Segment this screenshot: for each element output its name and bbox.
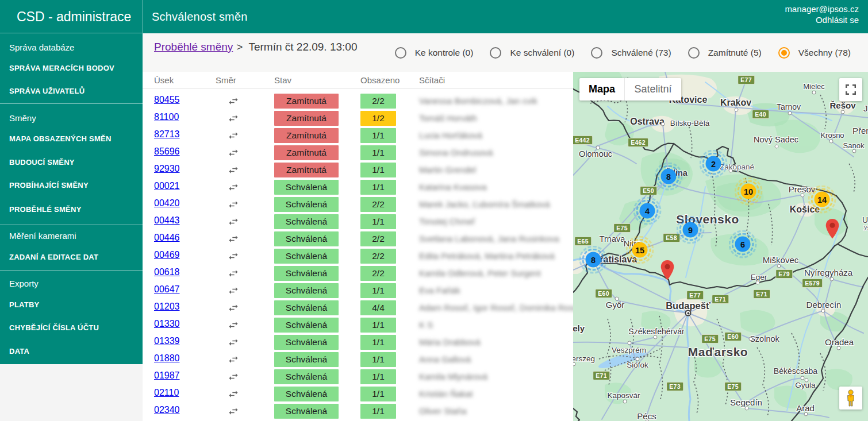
status-filter-option[interactable]: Schválené (73) <box>591 47 671 59</box>
sidebar-item-spr-va-u-ivatel-[interactable]: SPRÁVA UŽIVATELŮ <box>0 80 143 103</box>
sidebar-item-prob-hl-sm-ny[interactable]: PROBĚHLÉ SMĚNY <box>0 198 143 221</box>
map-city-label: Řešov <box>829 101 855 110</box>
counters-names: Martin Grendel <box>419 165 476 175</box>
sidebar-item-data[interactable]: DATA <box>0 340 143 363</box>
map-pin-marker[interactable] <box>825 218 842 242</box>
map-city-label: Segedín <box>730 397 762 407</box>
occupancy-badge: 2/2 <box>360 231 396 246</box>
map-city-label: Nyíregyháza <box>804 268 852 277</box>
usek-link[interactable]: 82713 <box>154 129 180 139</box>
usek-link[interactable]: 00443 <box>154 215 180 225</box>
radio-icon[interactable] <box>395 47 406 59</box>
table-row: 00420 Schválená 2/2 Marek Jacko, Ľubomír… <box>143 196 573 213</box>
usek-link[interactable]: 92930 <box>154 164 180 173</box>
status-filter-option[interactable]: Ke kontrole (0) <box>395 47 474 59</box>
usek-cell: 80455 <box>154 95 180 105</box>
sidebar-item-platby[interactable]: PLATBY <box>0 293 143 316</box>
usek-cell: 85696 <box>154 146 180 157</box>
map-type-map-button[interactable]: Mapa <box>579 78 624 101</box>
usek-link[interactable]: 01330 <box>154 319 180 329</box>
usek-link[interactable]: 00469 <box>154 250 180 260</box>
usek-link[interactable]: 02340 <box>154 405 180 415</box>
table-header: Úsek Směr Stav Obsazeno Sčítači <box>143 72 573 88</box>
usek-link[interactable]: 01203 <box>154 302 180 311</box>
radio-icon[interactable] <box>778 47 790 59</box>
radio-icon[interactable] <box>591 47 602 59</box>
shifts-table: Úsek Směr Stav Obsazeno Sčítači 80455 Za… <box>143 72 573 421</box>
breadcrumb-link[interactable]: Proběhlé směny <box>154 41 233 53</box>
usek-link[interactable]: 00446 <box>154 233 180 242</box>
map-cluster-marker[interactable]: 8 <box>661 169 677 184</box>
table-row: 01203 Schválená 4/4 Adam Rosoč, Igor Ros… <box>143 299 573 316</box>
sidebar-item-chyb-j-c-sla-tu[interactable]: CHYBĚJÍCÍ ČÍSLA ÚČTU <box>0 316 143 339</box>
status-badge: Schválená <box>274 283 339 298</box>
page-title: Schválenost směn <box>152 10 248 24</box>
occupancy-badge: 4/4 <box>360 300 396 315</box>
map-pin-marker[interactable] <box>660 260 677 284</box>
map-type-control: Mapa Satelitní <box>579 78 681 101</box>
logout-link[interactable]: Odhlásit se <box>785 15 859 25</box>
sidebar-item-mapa-obsazen-ch-sm-n[interactable]: MAPA OBSAZENÝCH SMĚN <box>0 128 143 150</box>
map-cluster-marker[interactable]: 10 <box>741 184 756 199</box>
status-filter-label[interactable]: Zamítnuté (5) <box>708 48 762 58</box>
direction-arrows-icon <box>228 181 239 193</box>
map-cluster-marker[interactable]: 2 <box>706 156 721 172</box>
map-cluster-marker[interactable]: 8 <box>586 252 601 268</box>
app-title-block: CSD - administrace <box>0 0 143 33</box>
map-city-label: Mielec <box>803 82 825 91</box>
usek-link[interactable]: 00618 <box>154 267 180 277</box>
map-capital-dot <box>685 310 692 316</box>
usek-cell: 02340 <box>154 405 180 415</box>
usek-link[interactable]: 01339 <box>154 336 180 346</box>
status-filter-label[interactable]: Všechny (78) <box>798 48 851 58</box>
status-filter-label[interactable]: Ke kontrole (0) <box>415 48 474 58</box>
map-city-dot <box>777 264 781 268</box>
table-row: 00647 Schválená 1/1 Eva Faňák <box>143 282 573 299</box>
usek-link[interactable]: 01880 <box>154 353 180 363</box>
status-badge: Zamítnutá <box>274 111 339 126</box>
status-badge: Zamítnutá <box>274 163 339 177</box>
map-cluster-marker[interactable]: 4 <box>640 203 655 219</box>
usek-link[interactable]: 01987 <box>154 370 180 380</box>
map-road-badge: E60 <box>724 332 742 341</box>
map-cluster-marker[interactable]: 15 <box>632 242 648 258</box>
map-canvas <box>573 72 868 421</box>
status-filter-option[interactable]: Zamítnuté (5) <box>688 47 762 59</box>
sidebar-item-prob-haj-c-sm-ny[interactable]: PROBÍHAJÍCÍ SMĚNY <box>0 174 143 197</box>
map-cluster-marker[interactable]: 14 <box>815 192 830 207</box>
usek-link[interactable]: 80455 <box>154 95 180 105</box>
usek-link[interactable]: 00647 <box>154 284 180 294</box>
usek-cell: 00469 <box>154 250 180 260</box>
usek-link[interactable]: 00420 <box>154 198 180 208</box>
counters-names: Simona Ondrusová <box>419 148 493 157</box>
usek-link[interactable]: 81100 <box>154 112 179 122</box>
sidebar-item-budouc-sm-ny[interactable]: BUDOUCÍ SMĚNY <box>0 151 143 174</box>
map-road-badge: E75 <box>701 334 719 343</box>
status-filter-option[interactable]: Všechny (78) <box>778 47 851 59</box>
status-filter-label[interactable]: Ke schválení (0) <box>510 48 574 58</box>
map-city-label: Košice <box>790 204 820 215</box>
radio-icon[interactable] <box>490 47 501 59</box>
status-badge: Zamítnutá <box>274 128 339 143</box>
fullscreen-button[interactable] <box>839 78 862 101</box>
pegman-button[interactable] <box>839 387 862 410</box>
radio-icon[interactable] <box>688 47 700 59</box>
sidebar-item-spr-va-merac-ch-bodov[interactable]: SPRÁVA MERACÍCH BODOV <box>0 57 143 80</box>
map-city-dot <box>852 149 857 153</box>
usek-link[interactable]: 02110 <box>154 388 179 397</box>
map-road-badge: E65 <box>574 237 592 246</box>
occupancy-badge: 2/2 <box>360 197 396 212</box>
map-type-satellite-button[interactable]: Satelitní <box>624 78 681 101</box>
sidebar-item-zadan-a-editace-dat[interactable]: ZADANÍ A EDITACE DAT <box>0 246 143 269</box>
usek-link[interactable]: 00021 <box>154 181 180 191</box>
status-filter-option[interactable]: Ke schválení (0) <box>490 47 574 59</box>
table-row: 01880 Schválená 1/1 Anna Gallová <box>143 351 573 368</box>
status-filter-label[interactable]: Schválené (73) <box>611 48 671 58</box>
sidebar-section-header: Správa databáze <box>0 36 143 59</box>
map-city-dot <box>804 412 808 416</box>
map-cluster-marker[interactable]: 9 <box>683 222 698 238</box>
map-cluster-marker[interactable]: 6 <box>735 237 751 252</box>
map[interactable]: SlovenskoMaďarskoKatoviceKrakovMielecTar… <box>573 72 868 421</box>
table-row: 00446 Schválená 2/2 Svetlana Labonová, J… <box>143 230 573 248</box>
usek-link[interactable]: 85696 <box>154 146 180 156</box>
